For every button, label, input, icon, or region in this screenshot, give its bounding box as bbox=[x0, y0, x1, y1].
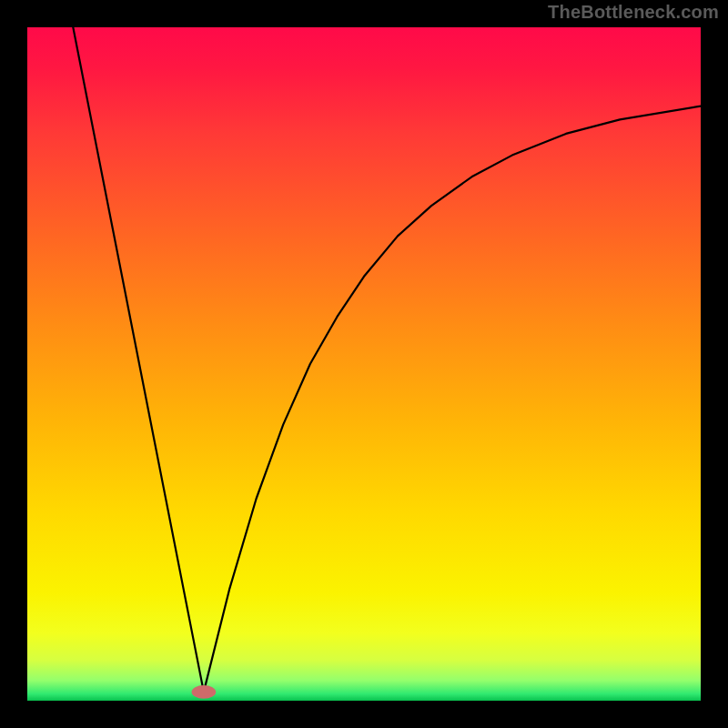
chart-frame: TheBottleneck.com bbox=[0, 0, 728, 728]
plot-area bbox=[27, 27, 701, 701]
curve-layer bbox=[27, 27, 701, 701]
watermark-text: TheBottleneck.com bbox=[548, 2, 719, 23]
optimum-marker bbox=[192, 685, 217, 699]
bottleneck-curve bbox=[73, 27, 701, 692]
